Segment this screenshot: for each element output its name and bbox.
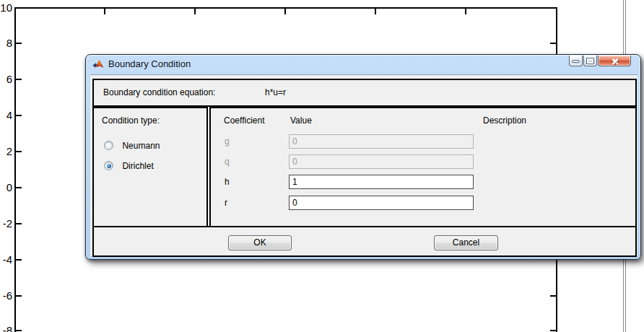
coefficient-name: g bbox=[225, 134, 230, 149]
radio-option-neumann[interactable]: Neumann bbox=[104, 139, 160, 149]
restore-button[interactable] bbox=[583, 56, 597, 66]
coefficient-row-h: h bbox=[211, 174, 635, 190]
y-axis-tick-label: -8 bbox=[0, 325, 12, 332]
y-axis-tick-label: 2 bbox=[0, 146, 12, 157]
coefficient-value-input[interactable] bbox=[289, 196, 474, 210]
axis-tick bbox=[16, 187, 22, 188]
y-axis-tick-label: 10 bbox=[0, 2, 12, 14]
coefficient-row-g: g bbox=[211, 134, 635, 149]
axis-tick bbox=[550, 295, 556, 297]
coefficient-name: h bbox=[225, 174, 230, 190]
axis-tick bbox=[16, 295, 22, 297]
button-panel: OK Cancel bbox=[92, 226, 637, 257]
equation-formula: h*u=r bbox=[265, 87, 286, 97]
condition-type-panel: Condition type: Neumann Dirichlet bbox=[92, 107, 208, 227]
axis-tick bbox=[465, 9, 466, 14]
coefficient-row-q: q bbox=[211, 154, 635, 170]
radio-button-icon[interactable] bbox=[104, 161, 113, 170]
axis-tick bbox=[16, 259, 22, 261]
y-axis-left-line bbox=[14, 7, 16, 332]
dialog-title: Boundary Condition bbox=[108, 55, 191, 74]
y-axis-tick-label: -6 bbox=[0, 290, 12, 302]
close-button[interactable] bbox=[598, 56, 631, 66]
boundary-condition-dialog: Boundary Condition Boundary condition eq… bbox=[85, 54, 641, 260]
column-header-coefficient: Coefficient bbox=[224, 115, 264, 126]
coefficient-value-input[interactable] bbox=[289, 175, 474, 189]
equation-label: Boundary condition equation: bbox=[103, 87, 215, 97]
matlab-icon bbox=[92, 58, 104, 70]
dialog-content: Boundary condition equation: h*u=r Condi… bbox=[90, 74, 638, 256]
axis-tick bbox=[284, 9, 286, 14]
y-axis-tick-label: 6 bbox=[0, 74, 12, 85]
x-axis-top-line bbox=[14, 7, 557, 9]
dialog-titlebar[interactable]: Boundary Condition bbox=[86, 55, 640, 74]
equation-panel: Boundary condition equation: h*u=r bbox=[92, 79, 637, 107]
minimize-icon bbox=[573, 60, 579, 63]
y-axis-tick-label: -2 bbox=[0, 218, 12, 230]
radio-option-dirichlet[interactable]: Dirichlet bbox=[104, 159, 154, 169]
cancel-button[interactable]: Cancel bbox=[434, 235, 498, 250]
condition-type-label: Condition type: bbox=[102, 115, 160, 126]
axis-tick bbox=[550, 330, 556, 331]
axis-tick bbox=[16, 115, 22, 116]
axis-tick bbox=[16, 151, 22, 152]
coefficient-value-input[interactable] bbox=[289, 154, 474, 169]
y-axis-tick-label: 8 bbox=[0, 38, 12, 49]
axis-tick bbox=[194, 9, 196, 14]
coefficient-value-input[interactable] bbox=[289, 134, 474, 149]
coefficient-name: q bbox=[225, 154, 230, 170]
axis-tick bbox=[16, 330, 22, 331]
restore-icon bbox=[587, 58, 593, 64]
radio-option-label: Dirichlet bbox=[122, 161, 153, 171]
ok-button[interactable]: OK bbox=[228, 235, 292, 250]
axis-tick bbox=[375, 9, 376, 14]
column-header-description: Description bbox=[483, 115, 526, 126]
axis-tick bbox=[16, 43, 22, 44]
y-axis-tick-label: -4 bbox=[0, 254, 12, 266]
y-axis-tick-label: 0 bbox=[0, 182, 12, 193]
axis-tick bbox=[104, 9, 105, 14]
column-header-value: Value bbox=[290, 115, 312, 126]
axis-tick bbox=[16, 223, 22, 224]
coefficient-panel: Coefficient Value Description g q h r bbox=[209, 107, 637, 227]
axis-tick bbox=[16, 79, 22, 80]
coefficient-row-r: r bbox=[211, 195, 635, 211]
minimize-button[interactable] bbox=[569, 56, 583, 66]
axis-tick bbox=[550, 43, 556, 44]
radio-option-label: Neumann bbox=[122, 141, 160, 151]
coefficient-name: r bbox=[225, 195, 227, 211]
y-axis-tick-label: 4 bbox=[0, 110, 12, 121]
close-icon bbox=[611, 57, 619, 65]
radio-button-icon[interactable] bbox=[104, 141, 113, 150]
